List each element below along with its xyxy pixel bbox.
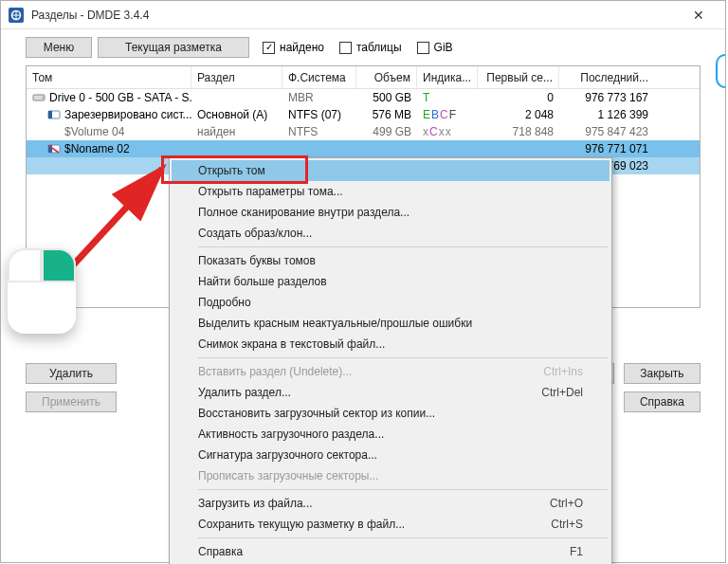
ctx-load-file[interactable]: Загрузить из файла...Ctrl+O [172, 493, 610, 514]
ctx-show-letters[interactable]: Показать буквы томов [172, 250, 610, 271]
window-title: Разделы - DMDE 3.4.4 [31, 9, 680, 22]
ctx-find-more[interactable]: Найти больше разделов [172, 271, 610, 292]
table-row[interactable]: Drive 0 - 500 GB - SATA - S... MBR 500 G… [27, 89, 700, 106]
menu-button[interactable]: Меню [26, 37, 92, 58]
titlebar: Разделы - DMDE 3.4.4 ✕ [1, 1, 725, 29]
col-first[interactable]: Первый се... [478, 66, 559, 88]
volume-icon-error [47, 143, 61, 155]
ctx-full-scan[interactable]: Полное сканирование внутри раздела... [172, 202, 610, 223]
gib-checkbox[interactable]: GiB [417, 41, 453, 54]
ctx-open-volume[interactable]: Открыть том [172, 160, 610, 181]
ctx-details[interactable]: Подробно [172, 292, 610, 313]
gib-label: GiB [434, 41, 453, 54]
col-size[interactable]: Объем [356, 66, 417, 88]
col-volume[interactable]: Том [27, 66, 191, 88]
current-layout-button[interactable]: Текущая разметка [98, 37, 249, 58]
ctx-help[interactable]: СправкаF1 [172, 541, 610, 562]
tables-label: таблицы [356, 41, 402, 54]
apply-button[interactable]: Применить [26, 391, 117, 412]
ctx-open-params[interactable]: Открыть параметры тома... [172, 181, 610, 202]
close-button-footer[interactable]: Закрыть [624, 363, 701, 384]
close-button[interactable]: ✕ [680, 8, 718, 23]
ctx-write-boot[interactable]: Прописать загрузочные секторы... [172, 465, 610, 486]
col-last[interactable]: Последний... [559, 66, 654, 88]
svg-point-3 [42, 97, 44, 99]
found-label: найдено [280, 41, 324, 54]
ctx-boot-activity[interactable]: Активность загрузочного раздела... [172, 424, 610, 445]
tables-checkbox[interactable]: таблицы [339, 41, 402, 54]
ctx-create-image[interactable]: Создать образ/клон... [172, 223, 610, 244]
ctx-highlight-red[interactable]: Выделить красным неактуальные/прошлые ош… [172, 313, 610, 334]
ctx-snapshot[interactable]: Снимок экрана в текстовый файл... [172, 334, 610, 355]
right-mouse-icon [42, 248, 76, 282]
table-row[interactable]: $Volume 04 найден NTFS 499 GB xCxx 718 8… [27, 123, 700, 140]
table-row[interactable]: Зарезервировано сист... Основной (A) NTF… [27, 106, 700, 123]
col-fs[interactable]: Ф.Система [282, 66, 356, 88]
app-icon [9, 8, 24, 23]
side-tab-hint[interactable] [716, 54, 725, 88]
delete-button[interactable]: Удалить [26, 363, 117, 384]
col-partition[interactable]: Раздел [191, 66, 282, 88]
ctx-save-layout[interactable]: Сохранить текущую разметку в файл...Ctrl… [172, 514, 610, 535]
drive-icon [32, 92, 46, 103]
mouse-rightclick-hint [8, 248, 76, 334]
table-header: Том Раздел Ф.Система Объем Индика... Пер… [27, 66, 700, 89]
found-checkbox[interactable]: ✓найдено [263, 41, 324, 54]
ctx-insert[interactable]: Вставить раздел (Undelete)...Ctrl+Ins [172, 361, 610, 382]
col-indic[interactable]: Индика... [417, 66, 478, 88]
context-menu: Открыть том Открыть параметры тома... По… [169, 157, 612, 564]
ctx-restore-boot[interactable]: Восстановить загрузочный сектор из копии… [172, 403, 610, 424]
ctx-delete-part[interactable]: Удалить раздел...Ctrl+Del [172, 382, 610, 403]
volume-icon [47, 109, 61, 120]
svg-rect-5 [48, 111, 52, 118]
ctx-boot-signature[interactable]: Сигнатура загрузочного сектора... [172, 445, 610, 465]
help-button[interactable]: Справка [624, 391, 701, 412]
toolbar: Меню Текущая разметка ✓найдено таблицы G… [1, 29, 725, 65]
table-row-selected[interactable]: $Noname 02 976 771 071 [27, 140, 700, 157]
